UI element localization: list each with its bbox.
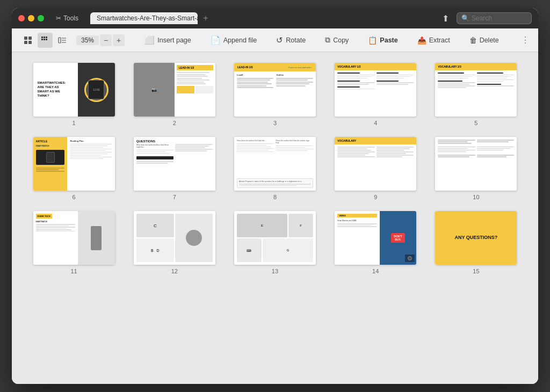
more-options-icon[interactable]: ⋮ — [521, 35, 530, 45]
copy-label: Copy — [333, 37, 349, 44]
main-window: ✂ Tools Smartwatches-Are-They-as-Smart-a… — [12, 8, 538, 384]
svg-rect-8 — [44, 39, 45, 40]
page-number: 2 — [173, 120, 176, 126]
zoom-out-button[interactable]: − — [100, 34, 112, 46]
titlebar: ✂ Tools Smartwatches-Are-They-as-Smart-a… — [12, 8, 538, 28]
search-box: 🔍 — [457, 12, 532, 24]
page-thumbnail[interactable]: SMARTWATCHES:ARE THEY ASSMART AS WETHINK… — [33, 63, 115, 117]
zoom-in-button[interactable]: + — [113, 34, 125, 46]
page-number: 10 — [473, 194, 479, 200]
active-tab[interactable]: Smartwatches-Are-They-as-Smart-as-We-...… — [90, 12, 198, 24]
rotate-button[interactable]: ↺ Rotate — [273, 33, 309, 47]
tab-label: Smartwatches-Are-They-as-Smart-as-We-... — [97, 14, 198, 22]
page-item[interactable]: ANY QUESTIONS? 15 — [430, 211, 522, 274]
page-number: 11 — [70, 268, 77, 274]
page-thumbnail[interactable]: QUESTIONS Why does the author believe th… — [134, 137, 215, 191]
tools-label: Tools — [63, 14, 78, 22]
page-item[interactable]: How does the author feel that the... Doe… — [229, 137, 321, 200]
page-thumbnail[interactable]: LEAD-IN 2/3 Focus on text and write... L… — [234, 63, 316, 117]
search-icon: 🔍 — [461, 14, 469, 22]
delete-label: Delete — [480, 37, 499, 44]
page-thumbnail[interactable] — [435, 137, 517, 191]
rotate-label: Rotate — [286, 37, 306, 44]
share-button[interactable]: ⬆ — [439, 12, 452, 25]
page-item[interactable]: VIDEO Smart Watches are DUMB DON'TBUY. — [330, 211, 422, 274]
page-item[interactable]: E F ⌨ G 13 — [229, 211, 321, 274]
page-number: 12 — [171, 268, 178, 274]
delete-button[interactable]: 🗑 Delete — [466, 34, 502, 47]
traffic-lights — [18, 15, 44, 21]
insert-page-icon: ⬜ — [144, 35, 155, 45]
page-thumbnail[interactable]: 📷 LEAD-IN 1/2 — [134, 63, 215, 117]
page-thumbnail[interactable]: ARTICLE SMARTWATCH 📱 — [33, 137, 115, 191]
page-item[interactable]: VOCABULARY — [330, 137, 422, 200]
search-input[interactable] — [472, 14, 527, 22]
page-thumbnail[interactable]: How does the author feel that the... Doe… — [234, 137, 316, 191]
svg-rect-7 — [41, 39, 43, 40]
svg-rect-2 — [24, 41, 27, 44]
page-number: 3 — [273, 120, 277, 126]
page-number: 9 — [374, 194, 377, 200]
page-thumbnail[interactable]: C B D — [134, 211, 215, 265]
page-thumbnail[interactable]: ANY QUESTIONS? — [435, 211, 517, 265]
paste-button[interactable]: 📋 Paste — [365, 34, 401, 47]
page-number: 13 — [272, 268, 278, 274]
titlebar-right: ⬆ 🔍 — [439, 12, 532, 25]
page-item[interactable]: C B D 12 — [128, 211, 220, 274]
page-number: 15 — [473, 268, 479, 274]
page-item[interactable]: VOCABULARY 1/2 — [330, 63, 422, 126]
page-number: 1 — [73, 120, 76, 126]
main-content[interactable]: SMARTWATCHES:ARE THEY ASSMART AS WETHINK… — [12, 52, 538, 384]
page-item[interactable]: 📷 LEAD-IN 1/2 — [128, 63, 220, 126]
svg-rect-9 — [46, 39, 47, 40]
tools-menu[interactable]: ✂ Tools — [53, 13, 82, 23]
page-item[interactable]: LEAD-IN 2/3 Focus on text and write... L… — [229, 63, 321, 126]
fullscreen-button[interactable] — [38, 15, 44, 21]
extract-icon: 📤 — [417, 36, 426, 45]
svg-rect-0 — [24, 37, 27, 40]
page-number: 14 — [372, 268, 379, 274]
page-thumbnail[interactable]: VIDEO Smart Watches are DUMB DON'TBUY. — [335, 211, 416, 265]
svg-rect-3 — [28, 41, 32, 44]
minimize-button[interactable] — [28, 15, 34, 21]
page-thumbnail[interactable]: VOCABULARY 2/3 — [435, 63, 517, 117]
sidebar-toggle-button[interactable] — [55, 33, 70, 48]
page-item[interactable]: 10 — [430, 137, 522, 200]
page-item[interactable]: QUESTIONS Why does the author believe th… — [128, 137, 220, 200]
append-file-label: Append file — [223, 37, 257, 44]
svg-rect-1 — [28, 37, 32, 40]
page-number: 6 — [73, 194, 76, 200]
copy-icon: ⧉ — [325, 35, 330, 45]
page-thumbnail[interactable]: DUMB TECH SMARTWATCH — [33, 211, 115, 265]
page-item[interactable]: ARTICLE SMARTWATCH 📱 — [28, 137, 120, 200]
append-file-button[interactable]: 📄 Append file — [207, 33, 260, 47]
new-tab-button[interactable]: + — [200, 12, 212, 24]
copy-button[interactable]: ⧉ Copy — [322, 33, 352, 47]
page-thumbnail[interactable]: VOCABULARY — [335, 137, 416, 191]
page-thumbnail[interactable]: E F ⌨ G — [234, 211, 316, 265]
close-button[interactable] — [18, 15, 25, 21]
rotate-icon: ↺ — [276, 35, 283, 45]
page-number: 8 — [273, 194, 277, 200]
page-number: 4 — [374, 120, 377, 126]
pages-grid: SMARTWATCHES:ARE THEY ASSMART AS WETHINK… — [28, 63, 522, 274]
toolbar-left: 35% − + — [20, 33, 125, 48]
svg-rect-10 — [59, 38, 61, 43]
page-item[interactable]: VOCABULARY 2/3 — [430, 63, 522, 126]
grid-view-button[interactable] — [20, 33, 35, 48]
zoom-area: 35% − + — [76, 34, 125, 46]
svg-rect-5 — [44, 37, 45, 38]
extract-button[interactable]: 📤 Extract — [414, 34, 453, 47]
thumbnail-view-button[interactable] — [38, 33, 53, 48]
tab-area: Smartwatches-Are-They-as-Smart-as-We-...… — [90, 12, 435, 24]
insert-page-label: Insert page — [157, 37, 191, 44]
svg-rect-6 — [46, 37, 47, 38]
toolbar: 35% − + ⬜ Insert page 📄 Append file ↺ Ro… — [12, 28, 538, 52]
zoom-level[interactable]: 35% — [76, 35, 99, 45]
paste-label: Paste — [380, 37, 397, 44]
page-item[interactable]: DUMB TECH SMARTWATCH — [28, 211, 120, 274]
page-item[interactable]: SMARTWATCHES:ARE THEY ASSMART AS WETHINK… — [28, 63, 120, 126]
page-thumbnail[interactable]: VOCABULARY 1/2 — [335, 63, 416, 117]
insert-page-button[interactable]: ⬜ Insert page — [141, 33, 194, 47]
svg-rect-4 — [41, 37, 43, 38]
